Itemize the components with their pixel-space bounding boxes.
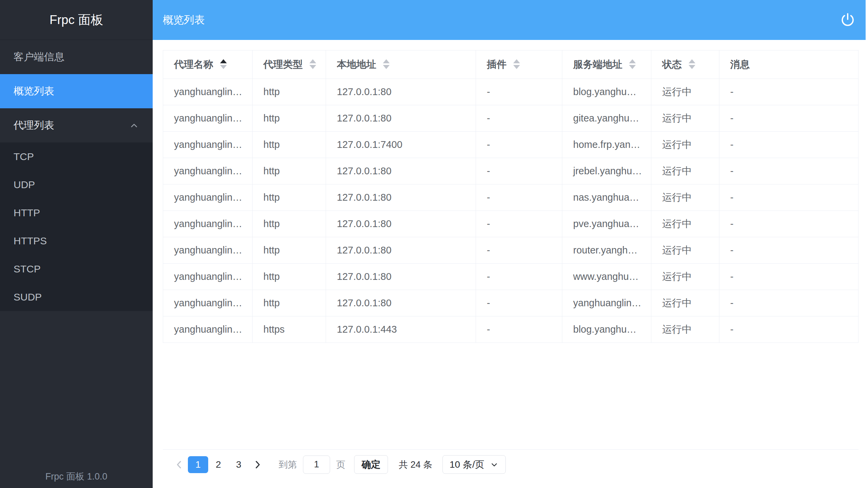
menu-item-label: HTTPS <box>14 235 47 247</box>
next-page-button[interactable] <box>249 459 266 470</box>
cell-server-address: jrebel.yanghu… <box>562 158 651 184</box>
cell-plugin: - <box>476 105 562 132</box>
empty-space <box>163 343 859 449</box>
page-unit-label: 页 <box>336 459 345 471</box>
content-area: 代理名称 代理类型 本地地址 插件 <box>153 40 866 488</box>
page-button-2[interactable]: 2 <box>208 456 229 473</box>
cell-server-address: home.frp.yan… <box>562 132 651 158</box>
sidebar-item-client-info[interactable]: 客户端信息 <box>0 40 153 74</box>
sidebar-item-stcp[interactable]: STCP <box>0 255 153 283</box>
table-row: yanghuanglin… http 127.0.0.1:80 - router… <box>163 237 859 264</box>
chevron-right-icon <box>252 459 263 470</box>
sort-carets-icon <box>629 59 636 69</box>
sidebar-item-overview[interactable]: 概览列表 <box>0 74 153 108</box>
cell-status: 运行中 <box>651 132 719 158</box>
column-header-local-address[interactable]: 本地地址 <box>326 50 476 79</box>
cell-message: - <box>719 211 859 237</box>
cell-plugin: - <box>476 132 562 158</box>
cell-proxy-name: yanghuanglin… <box>163 237 253 264</box>
cell-plugin: - <box>476 79 562 105</box>
power-button[interactable] <box>840 12 855 28</box>
cell-message: - <box>719 105 859 132</box>
cell-proxy-type: http <box>253 79 326 105</box>
cell-proxy-type: http <box>253 105 326 132</box>
column-label: 本地地址 <box>337 59 376 70</box>
chevron-left-icon <box>174 459 185 470</box>
table-row: yanghuanglin… http 127.0.0.1:80 - yanghu… <box>163 290 859 316</box>
proxy-type-submenu: TCP UDP HTTP HTTPS STCP SUDP <box>0 142 153 311</box>
cell-status: 运行中 <box>651 158 719 184</box>
cell-server-address: yanghuanglin… <box>562 290 651 316</box>
column-label: 消息 <box>730 59 750 70</box>
menu-item-label: STCP <box>14 263 41 275</box>
cell-proxy-type: http <box>253 237 326 264</box>
cell-local-address: 127.0.0.1:80 <box>326 237 476 264</box>
sort-carets-icon <box>689 59 695 69</box>
cell-message: - <box>719 290 859 316</box>
menu-item-label: TCP <box>14 151 34 162</box>
cell-server-address: nas.yanghua… <box>562 184 651 211</box>
cell-server-address: gitea.yanghu… <box>562 105 651 132</box>
table-row: yanghuanglin… http 127.0.0.1:80 - pve.ya… <box>163 211 859 237</box>
table-header-row: 代理名称 代理类型 本地地址 插件 <box>163 50 859 79</box>
cell-local-address: 127.0.0.1:7400 <box>326 132 476 158</box>
cell-status: 运行中 <box>651 237 719 264</box>
column-header-status[interactable]: 状态 <box>651 50 719 79</box>
column-header-proxy-type[interactable]: 代理类型 <box>253 50 326 79</box>
cell-proxy-type: http <box>253 211 326 237</box>
column-header-server-address[interactable]: 服务端地址 <box>562 50 651 79</box>
table-row: yanghuanglin… http 127.0.0.1:80 - jrebel… <box>163 158 859 184</box>
sort-carets-icon <box>309 59 316 69</box>
cell-status: 运行中 <box>651 211 719 237</box>
column-label: 插件 <box>487 59 506 70</box>
goto-page-input[interactable] <box>303 456 330 474</box>
cell-local-address: 127.0.0.1:80 <box>326 264 476 290</box>
confirm-button[interactable]: 确定 <box>354 455 388 474</box>
sidebar-item-sudp[interactable]: SUDP <box>0 283 153 311</box>
sidebar-item-udp[interactable]: UDP <box>0 171 153 199</box>
cell-local-address: 127.0.0.1:80 <box>326 79 476 105</box>
power-icon <box>840 12 855 28</box>
cell-status: 运行中 <box>651 105 719 132</box>
cell-local-address: 127.0.0.1:80 <box>326 211 476 237</box>
cell-local-address: 127.0.0.1:443 <box>326 316 476 343</box>
cell-local-address: 127.0.0.1:80 <box>326 105 476 132</box>
menu-item-label: 概览列表 <box>14 84 54 98</box>
cell-local-address: 127.0.0.1:80 <box>326 158 476 184</box>
cell-plugin: - <box>476 316 562 343</box>
cell-server-address: blog.yanghu… <box>562 316 651 343</box>
table-row: yanghuanglin… http 127.0.0.1:80 - nas.ya… <box>163 184 859 211</box>
sidebar-item-https[interactable]: HTTPS <box>0 227 153 255</box>
cell-proxy-name: yanghuanglin… <box>163 184 253 211</box>
sort-carets-icon <box>383 59 390 69</box>
page-size-select[interactable]: 10 条/页 <box>442 455 506 474</box>
cell-plugin: - <box>476 237 562 264</box>
cell-plugin: - <box>476 184 562 211</box>
column-header-plugin[interactable]: 插件 <box>476 50 562 79</box>
sidebar-item-tcp[interactable]: TCP <box>0 142 153 171</box>
main-area: 概览列表 代理名称 代理类型 <box>153 0 868 488</box>
cell-status: 运行中 <box>651 264 719 290</box>
cell-proxy-name: yanghuanglin… <box>163 132 253 158</box>
app-version: Frpc 面板 1.0.0 <box>0 470 153 488</box>
goto-page-label: 到第 <box>279 459 297 471</box>
page-button-3[interactable]: 3 <box>229 456 249 473</box>
cell-message: - <box>719 158 859 184</box>
cell-plugin: - <box>476 158 562 184</box>
sidebar-item-proxy-list[interactable]: 代理列表 <box>0 108 153 142</box>
menu-item-label: HTTP <box>14 207 40 219</box>
cell-proxy-type: https <box>253 316 326 343</box>
cell-message: - <box>719 79 859 105</box>
cell-local-address: 127.0.0.1:80 <box>326 184 476 211</box>
column-header-proxy-name[interactable]: 代理名称 <box>163 50 253 79</box>
page-size-value: 10 条/页 <box>450 458 484 471</box>
cell-local-address: 127.0.0.1:80 <box>326 290 476 316</box>
cell-plugin: - <box>476 264 562 290</box>
prev-page-button[interactable] <box>170 459 188 470</box>
page-button-1[interactable]: 1 <box>188 456 208 473</box>
cell-status: 运行中 <box>651 316 719 343</box>
cell-proxy-type: http <box>253 264 326 290</box>
table-row: yanghuanglin… http 127.0.0.1:80 - www.ya… <box>163 264 859 290</box>
sidebar-item-http[interactable]: HTTP <box>0 199 153 227</box>
cell-status: 运行中 <box>651 184 719 211</box>
